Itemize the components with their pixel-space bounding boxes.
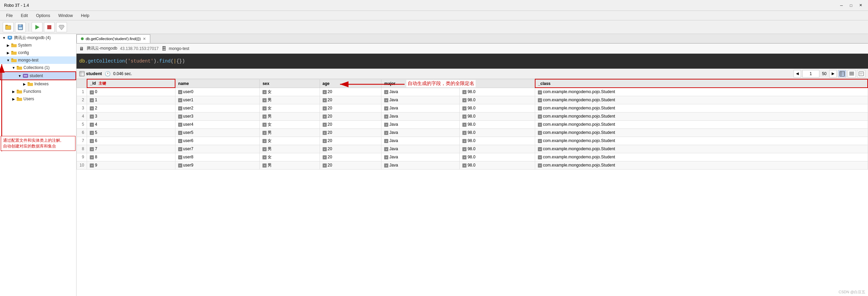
table-cell: ≡20 xyxy=(320,88,381,96)
table-cell: ≡98.0 xyxy=(460,153,535,161)
result-collection: student xyxy=(86,71,102,76)
save-button[interactable] xyxy=(15,22,26,32)
toggle-users[interactable]: ▶ xyxy=(11,96,16,102)
table-cell: ≡98.0 xyxy=(460,161,535,169)
menubar: File Edit Options Window Help xyxy=(0,11,868,20)
sidebar-item-indexes[interactable]: ▶ Indexes xyxy=(0,80,76,88)
separator1 xyxy=(29,23,29,31)
users-label: Users xyxy=(23,97,34,101)
run-button[interactable] xyxy=(32,22,42,32)
config-label: config xyxy=(18,50,29,55)
tab-close-button[interactable]: ✕ xyxy=(143,37,146,41)
db-icon: 🖥 xyxy=(79,46,84,51)
maximize-button[interactable]: □ xyxy=(848,2,854,9)
menu-window[interactable]: Window xyxy=(55,13,76,19)
folder-indexes-icon xyxy=(27,81,33,87)
query-tab[interactable]: db.getCollection('student').find({}) ✕ xyxy=(76,34,150,43)
sidebar-item-mongo-test[interactable]: ▼ mongo-test xyxy=(0,56,76,64)
svg-point-10 xyxy=(9,37,11,38)
minimize-button[interactable]: ─ xyxy=(838,2,845,9)
table-cell: ≡98.0 xyxy=(460,128,535,137)
svg-rect-4 xyxy=(19,27,22,29)
query-text[interactable]: db.getCollection('student').find(|{}) xyxy=(79,58,185,64)
toggle-indexes[interactable]: ▶ xyxy=(22,81,27,87)
menu-edit[interactable]: Edit xyxy=(17,13,31,19)
table-cell: ≡com.example.mongodemo.pojo.Student xyxy=(535,153,868,161)
table-cell: ≡女 xyxy=(260,88,320,96)
folder-config-icon xyxy=(11,50,17,56)
result-nav: ◀ 50 ▶ xyxy=(794,70,865,77)
col-id-label: _id xyxy=(90,81,96,86)
close-button[interactable]: ✕ xyxy=(857,2,864,9)
tab-label: db.getCollection('student').find({}) xyxy=(86,37,141,41)
table-cell: ≡com.example.mongodemo.pojo.Student xyxy=(535,104,868,112)
svg-rect-20 xyxy=(24,75,27,76)
table-cell: ≡Java xyxy=(381,104,460,112)
page-sep: 50 xyxy=(821,71,828,76)
table-cell: ≡男 xyxy=(260,145,320,153)
table-row: 2≡1≡user1≡男≡20≡Java≡98.0≡com.example.mon… xyxy=(77,96,868,104)
connection-icon xyxy=(7,35,13,41)
sidebar-item-system[interactable]: ▶ System xyxy=(0,41,76,49)
row-number: 2 xyxy=(77,96,87,104)
table-cell: ≡user2 xyxy=(175,104,260,112)
clear-button[interactable] xyxy=(56,22,67,32)
sidebar-item-config[interactable]: ▶ config xyxy=(0,49,76,56)
svg-rect-22 xyxy=(28,83,33,86)
col-id: _id 主键 xyxy=(87,79,175,88)
sidebar-item-student[interactable]: ▼ student xyxy=(0,71,76,80)
table-cell: ≡98.0 xyxy=(460,120,535,128)
svg-rect-14 xyxy=(11,51,13,52)
folder-collections-icon xyxy=(16,65,22,71)
prev-page-button[interactable]: ◀ xyxy=(794,70,801,77)
result-toolbar: student 🕐 0.046 sec. ◀ 50 ▶ xyxy=(76,69,868,79)
toggle-functions[interactable]: ▶ xyxy=(11,89,16,94)
toggle-collections[interactable]: ▼ xyxy=(11,65,16,70)
sidebar-item-connection[interactable]: ▼ 腾讯云-mongodb (4) xyxy=(0,34,76,41)
table-cell: ≡男 xyxy=(260,112,320,120)
text-view-button[interactable] xyxy=(857,70,865,77)
toggle-student[interactable]: ▼ xyxy=(17,73,22,79)
menu-help[interactable]: Help xyxy=(78,13,93,19)
connection-bar: 🖥 腾讯云-mongodb 43.138.70.153:27017 🗄 mong… xyxy=(76,43,868,54)
table-cell: ≡20 xyxy=(320,137,381,145)
menu-file[interactable]: File xyxy=(3,13,16,19)
table-cell: ≡com.example.mongodemo.pojo.Student xyxy=(535,128,868,137)
toggle-connection[interactable]: ▼ xyxy=(1,35,7,40)
svg-rect-18 xyxy=(17,66,19,67)
toggle-mongo-test[interactable]: ▼ xyxy=(5,57,11,63)
svg-rect-38 xyxy=(859,72,864,76)
sidebar-item-functions[interactable]: ▶ Functions xyxy=(0,88,76,95)
collection-name: mongo-test xyxy=(169,46,189,51)
table-row: 3≡2≡user2≡女≡20≡Java≡98.0≡com.example.mon… xyxy=(77,104,868,112)
svg-rect-26 xyxy=(17,98,22,101)
row-number: 6 xyxy=(77,128,87,137)
toggle-config[interactable]: ▶ xyxy=(5,50,11,55)
toggle-system[interactable]: ▶ xyxy=(5,42,11,48)
table-cell: ≡2 xyxy=(87,104,175,112)
svg-rect-35 xyxy=(849,72,854,73)
row-number: 8 xyxy=(77,145,87,153)
page-input[interactable] xyxy=(802,70,819,77)
table-cell: ≡20 xyxy=(320,112,381,120)
svg-rect-0 xyxy=(5,25,11,30)
menu-options[interactable]: Options xyxy=(33,13,53,19)
table-cell: ≡com.example.mongodemo.pojo.Student xyxy=(535,161,868,169)
table-cell: ≡user3 xyxy=(175,112,260,120)
stop-button[interactable] xyxy=(44,22,55,32)
row-number: 9 xyxy=(77,153,87,161)
sidebar-item-collections[interactable]: ▼ Collections (1) xyxy=(0,64,76,71)
folder-users-icon xyxy=(16,96,22,102)
next-page-button[interactable]: ▶ xyxy=(829,70,837,77)
open-button[interactable] xyxy=(3,22,14,32)
db-name: 腾讯云-mongodb xyxy=(87,46,117,51)
table-cell: ≡98.0 xyxy=(460,104,535,112)
sidebar-item-users[interactable]: ▶ Users xyxy=(0,95,76,103)
table-cell: ≡Java xyxy=(381,112,460,120)
tree-view-button[interactable] xyxy=(848,70,856,77)
table-row: 6≡5≡user5≡男≡20≡Java≡98.0≡com.example.mon… xyxy=(77,128,868,137)
table-view-button[interactable] xyxy=(838,70,846,77)
query-editor[interactable]: db.getCollection('student').find(|{}) xyxy=(76,54,868,69)
main-layout: ▼ 腾讯云-mongodb (4) ▶ System ▶ xyxy=(0,34,868,296)
svg-rect-9 xyxy=(9,39,11,40)
